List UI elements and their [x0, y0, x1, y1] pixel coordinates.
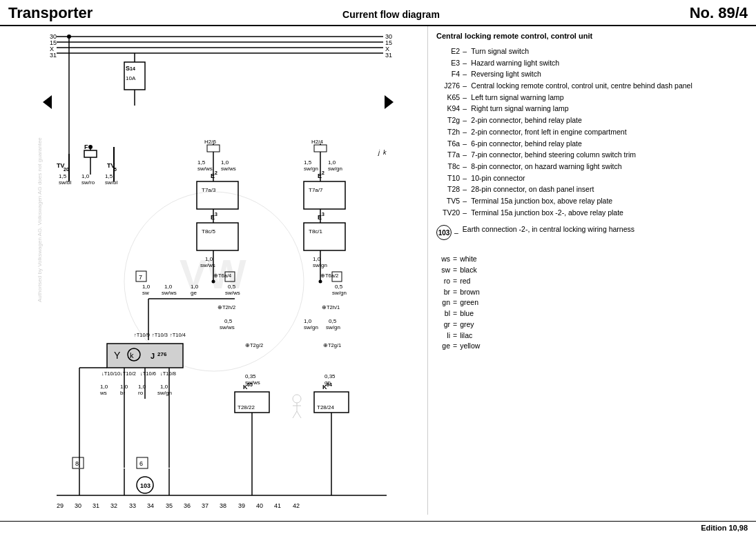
- color-name: grey: [460, 319, 474, 330]
- earth-dash: –: [454, 228, 458, 237]
- legend-item: E2–Turn signal switch: [436, 46, 748, 57]
- legend-item: T8c–8-pin connector, on hazard warning l…: [436, 161, 748, 172]
- color-name: black: [460, 265, 477, 276]
- svg-text:31: 31: [93, 502, 99, 509]
- svg-text:276: 276: [157, 351, 167, 357]
- svg-point-21: [67, 34, 71, 39]
- color-entry: gr=grey: [436, 319, 748, 330]
- svg-text:7: 7: [139, 274, 142, 281]
- svg-text:39: 39: [238, 502, 245, 509]
- svg-text:1,0: 1,0: [205, 256, 213, 262]
- legend-code: T28: [436, 184, 461, 195]
- svg-text:ro: ro: [138, 390, 144, 396]
- color-entry: ge=yellow: [436, 341, 748, 352]
- svg-text:32: 32: [110, 502, 117, 509]
- color-code: bl: [436, 308, 450, 319]
- svg-rect-43: [314, 145, 327, 152]
- legend-desc: Central locking remote control, control …: [469, 80, 748, 92]
- color-name: yellow: [460, 341, 480, 352]
- svg-text:41: 41: [274, 502, 281, 509]
- color-entry: bl=blue: [436, 308, 748, 319]
- svg-text:20: 20: [64, 167, 69, 172]
- legend-item: T2g–2-pin connector, behind relay plate: [436, 115, 748, 126]
- circuit-diagram: 30 15 X 31 30 15 X 31 VW S 14: [0, 26, 428, 515]
- svg-text:31: 31: [50, 52, 57, 59]
- svg-rect-40: [207, 145, 220, 152]
- legend-desc: Terminal 15a junction box, above relay p…: [469, 195, 748, 207]
- svg-text:⊕T2g/1: ⊕T2g/1: [323, 342, 341, 348]
- svg-text:1,0: 1,0: [164, 284, 173, 290]
- svg-text:1,0: 1,0: [142, 284, 151, 290]
- svg-text:T28/24: T28/24: [317, 404, 334, 411]
- svg-text:94: 94: [327, 382, 332, 387]
- svg-text:↓T10/10: ↓T10/10: [101, 370, 120, 377]
- color-code: gr: [436, 319, 450, 330]
- svg-text:Authorised by Volkswagen AG. V: Authorised by Volkswagen AG. Volkswagen …: [37, 137, 43, 302]
- svg-rect-56: [197, 181, 238, 209]
- page-header: Transporter Current flow diagram No. 89/…: [0, 0, 756, 26]
- svg-text:31: 31: [385, 52, 392, 59]
- legend-code: T8c: [436, 161, 461, 172]
- legend-title: Central locking remote control, control …: [436, 32, 748, 40]
- legend-desc: Terminal 15a junction box -2-, above rel…: [469, 207, 748, 219]
- svg-text:ge: ge: [191, 290, 197, 296]
- color-code: gn: [436, 297, 450, 308]
- svg-text:↓T10/2: ↓T10/2: [120, 370, 136, 377]
- page-footer: Edition 10,98: [0, 521, 756, 534]
- svg-line-138: [293, 411, 297, 418]
- svg-text:sw/gn: sw/gn: [157, 390, 172, 396]
- svg-text:sw/ws: sw/ws: [197, 166, 213, 172]
- svg-text:T7a/3: T7a/3: [202, 187, 216, 193]
- svg-text:1,0: 1,0: [221, 159, 229, 166]
- svg-text:k: k: [383, 149, 387, 156]
- legend-desc: Hazard warning light switch: [469, 57, 748, 69]
- legend-code: K94: [436, 103, 461, 115]
- main-content: 30 15 X 31 30 15 X 31 VW S 14: [0, 26, 756, 515]
- color-entry: li=lilac: [436, 330, 748, 342]
- svg-text:H2/6: H2/6: [204, 139, 216, 145]
- color-entry: br=brown: [436, 287, 748, 298]
- svg-text:0,35: 0,35: [324, 373, 336, 379]
- svg-rect-64: [197, 223, 238, 250]
- svg-text:T7a/7: T7a/7: [309, 187, 323, 193]
- legend-item: T7a–7-pin connector, behind steering col…: [436, 149, 748, 161]
- svg-text:sw/gn: sw/gn: [304, 324, 318, 330]
- svg-text:sw/gn: sw/gn: [326, 324, 340, 330]
- legend-desc: 8-pin connector, on hazard warning light…: [469, 161, 748, 172]
- svg-text:8: 8: [75, 460, 79, 467]
- color-legend: ws=whitesw=blackro=redbr=browngn=greenbl…: [436, 254, 748, 352]
- color-name: brown: [460, 287, 480, 298]
- legend-code: T6a: [436, 138, 461, 150]
- svg-text:⊕T2h/1: ⊕T2h/1: [322, 304, 340, 310]
- svg-text:↑T10/9: ↑T10/9: [134, 332, 150, 338]
- svg-text:sw/ws: sw/ws: [225, 290, 240, 296]
- svg-point-33: [88, 145, 93, 149]
- color-code: ro: [436, 276, 450, 287]
- svg-point-135: [293, 395, 301, 403]
- legend-code: E3: [436, 57, 461, 69]
- color-name: green: [460, 297, 478, 308]
- legend-item: T28–28-pin connector, on dash panel inse…: [436, 184, 748, 195]
- legend-desc: Left turn signal warning lamp: [469, 92, 748, 103]
- legend-item: TV20–Terminal 15a junction box -2-, abov…: [436, 207, 748, 219]
- svg-text:sw/ws: sw/ws: [220, 324, 235, 330]
- left-arrow: [43, 95, 52, 109]
- legend-desc: Right turn signal warning lamp: [469, 103, 748, 115]
- legend-desc: 28-pin connector, on dash panel insert: [469, 184, 748, 195]
- svg-text:⊕T6a/2: ⊕T6a/2: [320, 273, 338, 279]
- svg-text:sw/gn: sw/gn: [304, 166, 318, 172]
- legend-item: F4–Reversing light switch: [436, 68, 748, 80]
- legend-code: K65: [436, 92, 461, 103]
- svg-text:sw/gn: sw/gn: [328, 166, 342, 172]
- svg-text:14: 14: [130, 66, 135, 71]
- svg-text:k: k: [130, 351, 134, 359]
- color-code: sw: [436, 265, 450, 276]
- edition-label: Edition 10,98: [701, 524, 748, 532]
- legend-desc: 7-pin connector, behind steering column …: [469, 149, 748, 161]
- legend-desc: 2-pin connector, behind relay plate: [469, 115, 748, 126]
- svg-text:0,35: 0,35: [245, 373, 256, 379]
- legend-item: T6a–6-pin connector, behind relay plate: [436, 138, 748, 150]
- svg-text:sw/ro: sw/ro: [81, 179, 95, 186]
- svg-text:6: 6: [139, 460, 143, 467]
- svg-text:3: 3: [322, 212, 324, 217]
